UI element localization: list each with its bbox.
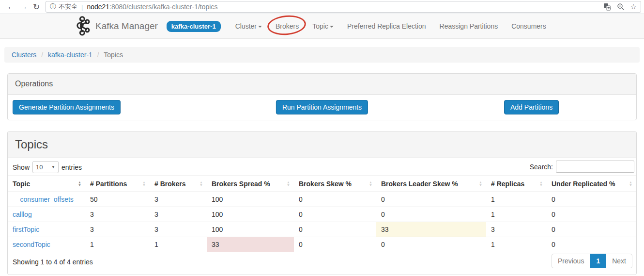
brand[interactable]: Kafka Manager <box>75 16 158 37</box>
nav-item-preferred-replica-election[interactable]: Preferred Replica Election <box>340 18 433 34</box>
pagination-next-button[interactable]: Next <box>606 254 632 268</box>
sort-icon: ▲▼ <box>479 181 482 187</box>
value-cell: 50 <box>85 192 150 207</box>
breadcrumb: Clusters / kafka-cluster-1 / Topics <box>4 47 640 63</box>
topic-cell: firstTopic <box>8 222 85 237</box>
forward-icon[interactable]: → <box>17 2 30 12</box>
sort-icon: ▲▼ <box>539 181 543 187</box>
translate-icon[interactable] <box>603 3 611 11</box>
table-header-row: Topic▲▼ # Partitions▲▼ # Brokers▲▼ Broke… <box>8 176 636 192</box>
sort-icon: ▲▼ <box>629 181 632 187</box>
nav-item-brokers[interactable]: Brokers <box>269 18 306 34</box>
value-cell: 3 <box>486 222 547 237</box>
value-cell: 1 <box>486 192 547 207</box>
url-host: node21 <box>87 3 109 11</box>
pagination-page-1-button[interactable]: 1 <box>590 254 606 268</box>
app-navbar: Kafka Manager kafka-cluster-1 Cluster Br… <box>0 14 644 39</box>
bookmark-star-icon[interactable]: ☆ <box>630 2 637 11</box>
value-cell: 1 <box>85 237 150 252</box>
value-cell: 1 <box>486 237 547 252</box>
browser-toolbar: ← → ↻ ⓘ 不安全 | node21 :8080/clusters/kafk… <box>0 0 644 14</box>
value-cell: 3 <box>150 192 207 207</box>
table-row: firstTopic3310003330 <box>8 222 636 237</box>
value-cell: 3 <box>85 222 150 237</box>
topics-panel-title: Topics <box>8 131 636 158</box>
column-header-replicas[interactable]: # Replicas▲▼ <box>486 176 547 192</box>
generate-partition-assignments-button[interactable]: Generate Partition Assignments <box>13 100 121 114</box>
topic-cell: calllog <box>8 207 85 222</box>
run-partition-assignments-button[interactable]: Run Partition Assignments <box>276 100 368 114</box>
topic-link[interactable]: firstTopic <box>13 226 39 233</box>
value-cell: 1 <box>486 207 547 222</box>
column-header-brokers[interactable]: # Brokers▲▼ <box>150 176 207 192</box>
cluster-badge[interactable]: kafka-cluster-1 <box>167 21 221 32</box>
value-cell: 0 <box>547 192 636 207</box>
info-icon[interactable]: ⓘ <box>50 2 56 11</box>
table-row: secondTopic11330010 <box>8 237 636 252</box>
table-controls: Show 10 ▼ entries Search: <box>8 158 636 176</box>
chevron-down-icon <box>330 26 334 28</box>
operations-panel-body: Generate Partition Assignments Run Parti… <box>8 95 636 120</box>
column-header-partitions[interactable]: # Partitions▲▼ <box>85 176 150 192</box>
chevron-down-icon <box>258 26 262 28</box>
topic-link[interactable]: secondTopic <box>13 241 50 248</box>
value-cell: 0 <box>547 222 636 237</box>
column-header-brokers-spread[interactable]: Brokers Spread %▲▼ <box>207 176 294 192</box>
value-cell: 3 <box>150 207 207 222</box>
value-cell: 100 <box>207 192 294 207</box>
topic-link[interactable]: __consumer_offsets <box>13 195 74 203</box>
topics-table: Topic▲▼ # Partitions▲▼ # Brokers▲▼ Broke… <box>8 176 636 252</box>
sort-icon: ▲▼ <box>199 181 203 187</box>
breadcrumb-separator: / <box>97 51 99 59</box>
chevron-down-icon: ▼ <box>51 165 55 169</box>
sort-icon: ▲▼ <box>142 181 146 187</box>
pagination-previous-button[interactable]: Previous <box>552 254 590 268</box>
sort-icon: ▲▼ <box>78 181 81 187</box>
topic-cell: __consumer_offsets <box>8 192 85 207</box>
pagination: Previous 1 Next <box>552 254 632 268</box>
value-cell: 0 <box>547 237 636 252</box>
add-partitions-button[interactable]: Add Partitions <box>504 100 559 114</box>
refresh-icon[interactable]: ↻ <box>30 2 43 12</box>
value-cell: 0 <box>294 222 376 237</box>
search-label: Search: <box>530 163 553 171</box>
value-cell: 100 <box>207 222 294 237</box>
address-bar[interactable]: ⓘ 不安全 | node21 :8080/clusters/kafka-clus… <box>46 1 641 13</box>
breadcrumb-separator: / <box>41 51 43 59</box>
page-size-select[interactable]: 10 ▼ <box>32 161 59 173</box>
back-icon[interactable]: ← <box>5 2 17 12</box>
column-header-brokers-leader-skew[interactable]: Brokers Leader Skew %▲▼ <box>376 176 486 192</box>
value-cell: 100 <box>207 207 294 222</box>
brand-title[interactable]: Kafka Manager <box>95 21 158 32</box>
sort-icon: ▲▼ <box>369 181 372 187</box>
entries-label: entries <box>61 163 82 171</box>
operations-panel: Operations Generate Partition Assignment… <box>7 73 637 120</box>
search-input[interactable] <box>556 161 634 173</box>
value-cell: 0 <box>376 192 486 207</box>
topics-table-body: __consumer_offsets5031000010calllog33100… <box>8 192 636 252</box>
value-cell: 0 <box>294 192 376 207</box>
sort-icon: ▲▼ <box>287 181 290 187</box>
nav-item-consumers[interactable]: Consumers <box>505 18 553 34</box>
value-cell: 0 <box>547 207 636 222</box>
value-cell: 0 <box>294 207 376 222</box>
value-cell: 3 <box>85 207 150 222</box>
topics-panel: Topics Show 10 ▼ entries Search: Topic▲▼… <box>7 131 637 275</box>
value-cell: 0 <box>294 237 376 252</box>
breadcrumb-clusters-link[interactable]: Clusters <box>12 51 36 59</box>
topic-link[interactable]: calllog <box>13 211 32 218</box>
show-label: Show <box>13 163 30 171</box>
breadcrumb-cluster-link[interactable]: kafka-cluster-1 <box>48 51 92 59</box>
topic-cell: secondTopic <box>8 237 85 252</box>
zoom-out-icon[interactable] <box>617 3 625 11</box>
nav-item-cluster[interactable]: Cluster <box>229 18 269 34</box>
url-path: :8080/clusters/kafka-cluster-1/topics <box>109 3 217 11</box>
security-label: 不安全 <box>59 2 77 11</box>
column-header-topic[interactable]: Topic▲▼ <box>8 176 85 192</box>
nav-item-topic[interactable]: Topic <box>306 18 340 34</box>
column-header-under-replicated[interactable]: Under Replicated %▲▼ <box>547 176 636 192</box>
nav-item-reassign-partitions[interactable]: Reassign Partitions <box>433 18 505 34</box>
column-header-brokers-skew[interactable]: Brokers Skew %▲▼ <box>294 176 376 192</box>
operations-panel-title: Operations <box>8 74 636 95</box>
entries-summary: Showing 1 to 4 of 4 entries <box>13 258 93 266</box>
